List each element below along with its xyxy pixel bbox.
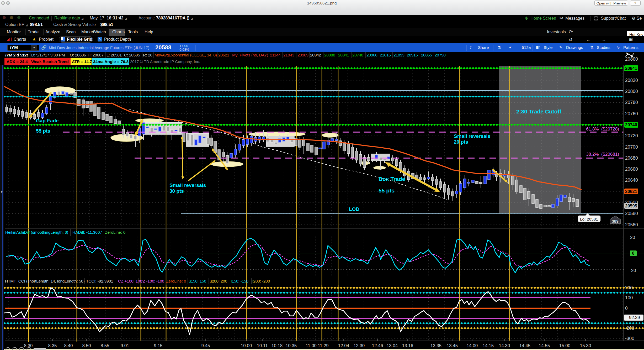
svg-text:10:35: 10:35 [286,343,297,348]
svg-text:10:00: 10:00 [241,343,252,348]
svg-text:20760: 20760 [625,111,638,116]
svg-text:55 pts: 55 pts [379,187,395,194]
svg-text:20800: 20800 [625,89,638,94]
svg-text:Lo: 20581: Lo: 20581 [580,217,598,221]
svg-text:15:30: 15:30 [580,343,591,348]
svg-text:10:11: 10:11 [257,343,268,348]
svg-text:8:55: 8:55 [100,343,109,348]
svg-text:2:30 Trade Cutoff: 2:30 Trade Cutoff [516,108,562,114]
svg-text:14:15: 14:15 [483,343,494,348]
svg-text:20720: 20720 [625,133,638,138]
svg-text:0: 0 [625,306,628,311]
svg-text:9:01: 9:01 [120,343,129,348]
svg-text:14:00: 14:00 [467,343,478,348]
svg-text:389: 389 [612,219,618,223]
svg-text:11:29: 11:29 [318,343,328,348]
svg-text:8:50: 8:50 [82,343,91,348]
svg-text:10:18: 10:18 [272,343,283,348]
svg-text:20640: 20640 [625,177,638,183]
svg-text:13:04: 13:04 [387,343,398,348]
svg-text:Small reversals: Small reversals [454,133,490,139]
svg-text:-92.39: -92.39 [628,315,640,320]
svg-text:20740: 20740 [625,122,637,127]
svg-text:20841: 20841 [625,66,637,71]
svg-text:-20: -20 [630,268,636,273]
svg-text:20780: 20780 [625,100,638,105]
svg-text:Small reversals: Small reversals [169,182,206,188]
svg-text:55 pts: 55 pts [36,128,50,134]
svg-text:13:45: 13:45 [447,343,458,348]
svg-text:0: 0 [632,251,635,255]
svg-text:12:46: 12:46 [372,343,383,348]
svg-text:Box Trade: Box Trade [379,176,405,182]
svg-text:38.2% ($20681): 38.2% ($20681) [586,152,619,157]
svg-text:20621: 20621 [625,189,637,194]
svg-text:200: 200 [625,285,633,290]
svg-text:20680: 20680 [625,155,638,161]
svg-text:-300: -300 [625,336,634,341]
svg-text:LOD: LOD [349,206,359,212]
svg-text:8:35: 8:35 [48,343,57,348]
svg-text:12:30: 12:30 [354,343,365,348]
svg-text:20 pts: 20 pts [454,139,468,145]
svg-text:20820: 20820 [625,78,638,83]
svg-text:9:15: 9:15 [154,343,162,348]
svg-text:20660: 20660 [625,166,638,172]
svg-text:20: 20 [630,235,635,240]
svg-text:20560: 20560 [625,222,638,227]
svg-text:14:30: 14:30 [499,343,510,348]
svg-text:20580: 20580 [625,211,638,216]
svg-text:12:04: 12:04 [338,343,349,348]
svg-text:14:55: 14:55 [539,343,550,348]
svg-text:14:45: 14:45 [519,343,531,348]
svg-text:-200: -200 [625,326,634,331]
svg-text:13:16: 13:16 [402,343,413,348]
svg-text:11:00: 11:00 [306,343,316,348]
svg-text:20700: 20700 [625,144,638,150]
svg-text:61.8% ($20728): 61.8% ($20728) [586,127,619,132]
svg-text:9:45: 9:45 [201,343,210,348]
svg-text:30 pts: 30 pts [169,188,184,194]
svg-text:15:00: 15:00 [559,343,571,348]
svg-text:Gap Fade: Gap Fade [36,118,59,123]
svg-text:100: 100 [625,295,633,300]
svg-text:13:35: 13:35 [430,343,442,348]
svg-text:8:40: 8:40 [64,343,73,348]
svg-text:20595: 20595 [625,203,637,208]
svg-text:20860: 20860 [625,56,638,62]
